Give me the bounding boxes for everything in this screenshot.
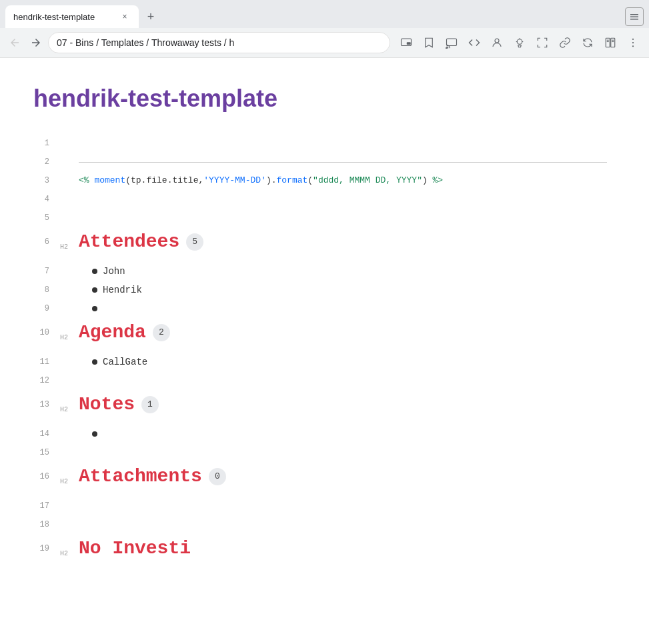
agenda-callgate-text: CallGate [103,353,147,371]
line-tag-19: H2 [60,539,73,569]
attachments-title: Attachments [79,467,202,486]
notes-empty-1 [79,425,97,437]
svg-point-4 [495,39,499,43]
link-icon[interactable] [554,32,576,53]
agenda-badge: 2 [153,324,170,341]
code-line-6: 6 H2 Attendees 5 [33,233,607,262]
partial-section-title: No Investi [79,539,191,558]
line-number-4: 4 [33,190,60,209]
code-line-17: 17 [33,497,607,515]
line-tag-10: H2 [60,323,73,353]
code-line-12: 12 [33,371,607,390]
line-number-1: 1 [33,134,60,153]
svg-point-17 [632,45,634,47]
line-tag-6: H2 [60,233,73,262]
svg-rect-10 [611,38,615,47]
code-line-5: 5 [33,209,607,227]
reader-view-icon[interactable] [600,32,621,53]
code-line-19: 19 H2 No Investi [33,539,607,569]
line-number-17: 17 [33,497,60,515]
attendees-badge: 5 [186,233,203,251]
attendee-john: John [79,262,125,281]
code-line-11: 11 CallGate [33,353,607,371]
lens-icon[interactable] [509,32,530,53]
line-number-18: 18 [33,515,60,534]
bullet-dot-9 [92,306,97,311]
attachments-heading: Attachments 0 [79,467,226,486]
attendee-hendrik: Hendrik [79,281,142,299]
line-content-3: <% moment(tp.file.title,'YYYY-MM-DD').fo… [79,171,607,190]
line-number-5: 5 [33,209,60,227]
tab-bar-right [625,7,644,26]
bookmark-icon[interactable] [418,32,440,53]
tab-close-button[interactable]: × [119,11,131,23]
code-line-7: 7 John [33,262,607,281]
fullscreen-icon[interactable] [532,32,553,53]
attendee-empty [79,299,97,311]
svg-rect-2 [447,39,457,46]
bullet-dot-7 [92,269,97,274]
line-number-13: 13 [33,395,60,414]
svg-rect-1 [407,42,411,45]
notes-title: Notes [79,395,135,414]
breadcrumb: 07 - Bins / Templates / Throwaway tests … [57,37,382,48]
bullet-dot-14 [92,431,97,437]
code-line-13: 13 H2 Notes 1 [33,395,607,425]
attendee-john-text: John [103,262,125,281]
code-line-8: 8 Hendrik [33,281,607,299]
line-tag-16: H2 [60,467,73,497]
agenda-title: Agenda [79,323,146,342]
tab-strip-menu-button[interactable] [625,7,644,26]
editor-area: 1 2 3 <% moment(tp.file.title,'YYYY-MM-D… [33,134,607,569]
page-content: hendrik-test-template 1 2 3 <% moment(tp… [0,58,640,595]
line-number-10: 10 [33,323,60,342]
code-icon[interactable] [464,32,485,53]
tab-bar: hendrik-test-template × + [0,0,649,28]
line-number-8: 8 [33,281,60,299]
line-number-9: 9 [33,299,60,318]
pip-icon[interactable] [396,32,417,53]
attendees-heading: Attendees 5 [79,233,203,251]
partial-section-heading: No Investi [79,539,191,558]
code-line-2: 2 [33,153,607,171]
svg-point-15 [632,39,634,40]
line-number-14: 14 [33,425,60,443]
active-tab[interactable]: hendrik-test-template × [5,5,139,28]
bullet-dot-8 [92,287,97,293]
agenda-heading: Agenda 2 [79,323,170,342]
agenda-callgate: CallGate [79,353,147,371]
page-title: hendrik-test-template [33,85,607,113]
code-line-4: 4 [33,190,607,209]
code-line-1: 1 [33,134,607,153]
address-bar: 07 - Bins / Templates / Throwaway tests … [0,28,649,57]
reload-button[interactable] [577,32,598,53]
notes-heading: Notes 1 [79,395,159,414]
bullet-dot-11 [92,359,97,365]
new-tab-button[interactable]: + [141,7,160,26]
line-number-15: 15 [33,443,60,462]
code-line-18: 18 [33,515,607,534]
code-line-9: 9 [33,299,607,318]
code-line-16: 16 H2 Attachments 0 [33,467,607,497]
svg-rect-9 [606,38,610,47]
attachments-badge: 0 [209,468,226,485]
attendee-hendrik-text: Hendrik [103,281,142,299]
line-number-12: 12 [33,371,60,390]
browser-chrome: hendrik-test-template × + 07 - Bins / Te… [0,0,649,58]
code-line-10: 10 H2 Agenda 2 [33,323,607,353]
svg-point-3 [446,47,448,49]
profile-icon[interactable] [486,32,508,53]
forward-button[interactable] [27,33,45,52]
tab-title: hendrik-test-template [13,12,113,22]
code-line-14: 14 [33,425,607,443]
svg-point-5 [517,39,522,45]
more-options-button[interactable] [622,32,644,53]
address-input[interactable]: 07 - Bins / Templates / Throwaway tests … [48,32,390,53]
line-number-6: 6 [33,233,60,251]
cast-icon[interactable] [441,32,462,53]
back-button[interactable] [5,33,24,52]
line-tag-13: H2 [60,395,73,425]
attendees-title: Attendees [79,233,179,251]
svg-point-16 [632,42,634,43]
line-number-2: 2 [33,153,60,171]
